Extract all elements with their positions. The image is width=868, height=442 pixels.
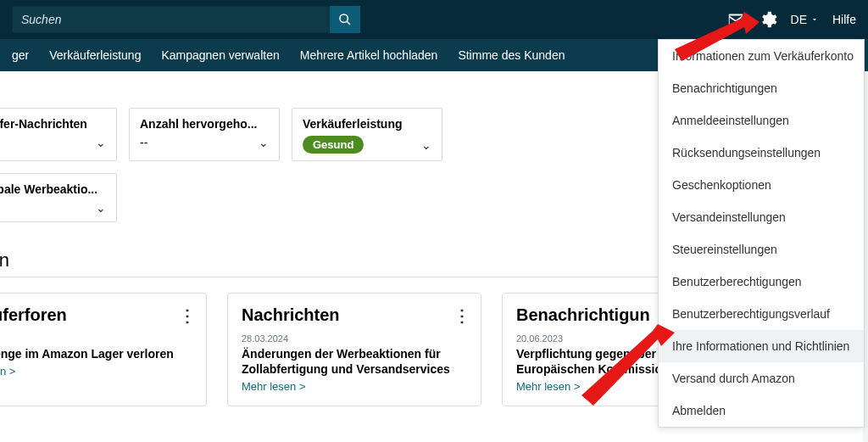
help-link[interactable]: Hilfe [832, 13, 856, 26]
news-more-link[interactable]: Mehr lesen > [516, 380, 581, 393]
settings-dropdown: Informationen zum Verkäuferkonto Benachr… [658, 39, 865, 428]
metric-title: Anzahl hervorgeho... [140, 117, 269, 131]
dropdown-item[interactable]: Geschenkoptionen [659, 169, 864, 201]
dropdown-item[interactable]: Abmelden [659, 394, 864, 427]
news-heading: rkäuferforen [0, 305, 192, 325]
chevron-down-icon: ⌄ [96, 201, 106, 215]
metric-title: Globale Werbeaktio... [0, 182, 106, 196]
gear-icon[interactable] [759, 10, 777, 29]
metric-card[interactable]: Anzahl hervorgeho... -- ⌄ [129, 108, 280, 161]
nav-item[interactable]: Stimme des Kunden [458, 48, 565, 62]
metric-title: Verkäuferleistung [303, 117, 431, 131]
dropdown-item[interactable]: Ihre Informationen und Richtlinien [659, 330, 864, 362]
news-date: 28.03.2024 [242, 333, 467, 344]
nav-item[interactable]: ger [12, 48, 29, 62]
metric-card[interactable]: Verkäuferleistung Gesund ⌄ [292, 108, 442, 161]
dropdown-item[interactable]: Informationen zum Verkäuferkonto [659, 40, 864, 72]
chevron-down-icon [810, 13, 819, 26]
svg-point-0 [340, 14, 348, 22]
news-more-link[interactable]: hr lesen > [0, 365, 15, 378]
status-badge: Gesund [303, 136, 364, 154]
news-title: Änderungen der Werbeaktionen für Zollabf… [242, 346, 467, 377]
kebab-icon[interactable]: ⋮ [453, 305, 470, 326]
chevron-down-icon: ⌄ [96, 136, 106, 149]
header-right: DE Hilfe [726, 10, 856, 29]
language-selector[interactable]: DE [791, 13, 819, 26]
dropdown-item[interactable]: Benutzerberechtigungen [659, 266, 864, 298]
news-heading: Nachrichten [242, 305, 467, 325]
dropdown-item[interactable]: Versand durch Amazon [659, 362, 864, 394]
news-title: ße Menge im Amazon Lager verloren [0, 346, 192, 361]
search-input[interactable] [12, 6, 330, 33]
search-button[interactable] [330, 6, 360, 33]
dropdown-item[interactable]: Anmeldeeinstellungen [659, 104, 864, 137]
top-bar: DE Hilfe [0, 0, 868, 39]
metric-card[interactable]: Käufer-Nachrichten 0 ⌄ [0, 108, 117, 161]
chevron-down-icon: ⌄ [259, 136, 269, 149]
dropdown-item[interactable]: Benachrichtigungen [659, 72, 864, 104]
metric-title: Käufer-Nachrichten [0, 117, 106, 131]
svg-line-1 [347, 21, 350, 25]
news-card: ⋮ Nachrichten 28.03.2024 Änderungen der … [227, 293, 481, 406]
language-label: DE [791, 13, 807, 26]
nav-item[interactable]: Kampagnen verwalten [161, 48, 279, 62]
mail-icon[interactable] [726, 10, 745, 29]
news-card: ⋮ rkäuferforen 3.2024 ße Menge im Amazon… [0, 293, 207, 406]
search-wrap [12, 6, 360, 33]
kebab-icon[interactable]: ⋮ [179, 305, 196, 326]
news-more-link[interactable]: Mehr lesen > [242, 380, 306, 393]
chevron-down-icon: ⌄ [421, 138, 431, 152]
search-icon [336, 10, 354, 29]
nav-item[interactable]: Verkäuferleistung [49, 48, 141, 62]
news-date: 3.2024 [0, 333, 192, 344]
dropdown-item[interactable]: Benutzerberechtigungsverlauf [659, 298, 864, 330]
nav-item[interactable]: Mehrere Artikel hochladen [300, 48, 438, 62]
dropdown-item[interactable]: Rücksendungseinstellungen [659, 137, 864, 169]
dropdown-item[interactable]: Steuereinstellungen [659, 233, 864, 266]
metric-value: -- [140, 136, 147, 149]
metric-card[interactable]: Globale Werbeaktio... -- ⌄ [0, 173, 117, 222]
dropdown-item[interactable]: Versandeinstellungen [659, 201, 864, 233]
